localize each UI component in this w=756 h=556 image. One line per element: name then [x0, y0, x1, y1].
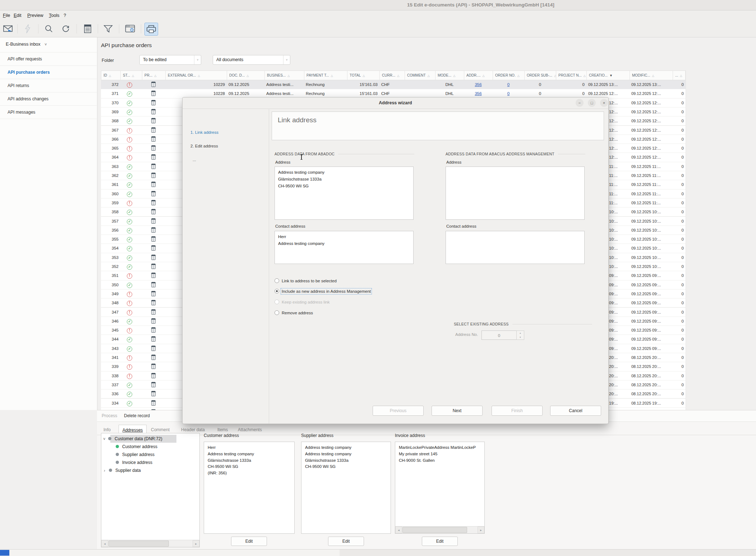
invoice-address-edit-button[interactable]: Edit [422, 537, 458, 546]
document-icon[interactable] [151, 282, 156, 287]
document-icon[interactable] [151, 218, 156, 224]
column-header[interactable]: TOTAL△ [347, 71, 380, 80]
document-icon[interactable] [151, 118, 156, 123]
chevron-down-icon[interactable]: ˅ [103, 435, 108, 443]
radio-icon[interactable] [275, 278, 279, 283]
document-icon[interactable] [151, 227, 156, 233]
column-header[interactable]: BUSINES...△ [265, 71, 304, 80]
table-row[interactable]: 372!1022909.12.2025Address testi...Rechn… [101, 80, 686, 89]
document-icon[interactable] [151, 245, 156, 251]
column-header[interactable]: MODIFIC...△ [630, 71, 673, 80]
column-header[interactable]: CURR...△ [380, 71, 405, 80]
document-icon[interactable] [151, 291, 156, 296]
document-icon[interactable] [151, 346, 156, 351]
scrollbar-thumb[interactable] [109, 541, 169, 547]
radio-checked-icon[interactable] [275, 289, 279, 293]
stepper-up-icon[interactable]: ▲ [517, 331, 524, 335]
report-icon[interactable] [81, 23, 94, 35]
scroll-right-icon[interactable]: ▸ [478, 527, 484, 533]
customer-address-edit-button[interactable]: Edit [231, 537, 267, 546]
stepper-down-icon[interactable]: ▼ [517, 335, 524, 339]
document-icon[interactable] [151, 100, 156, 105]
tree-item-customer-data[interactable]: ˅Customer data (DNR:72) [103, 435, 162, 443]
document-icon[interactable] [151, 145, 156, 151]
sidebar-item-api-purchase-orders[interactable]: API purchase orders [0, 65, 97, 79]
scroll-right-icon[interactable]: ▸ [193, 540, 199, 547]
column-header[interactable]: PR...△ [142, 71, 166, 80]
close-icon[interactable]: × [600, 99, 608, 107]
address-link[interactable]: 356 [475, 91, 481, 96]
order-link[interactable]: 0 [507, 82, 510, 87]
next-button[interactable]: Next [432, 406, 483, 416]
menu-file[interactable]: File [1, 10, 11, 21]
document-icon[interactable] [151, 273, 156, 278]
step-link-address[interactable]: 1. Link address [190, 130, 218, 135]
column-header[interactable]: ADDR....△ [464, 71, 493, 80]
document-icon[interactable] [151, 318, 156, 324]
scroll-left-icon[interactable]: ◂ [101, 540, 108, 547]
column-header[interactable]: EXTERNAL OR...△ [166, 71, 227, 80]
menu-tools[interactable]: Tools [47, 10, 61, 21]
tree-item-supplier-data[interactable]: ›Supplier data [104, 466, 141, 474]
document-icon[interactable] [151, 209, 156, 214]
abadoc-address-textarea[interactable]: Address testing company Glärnischstrasse… [275, 167, 414, 220]
document-icon[interactable] [151, 154, 156, 160]
abacus-address-textarea[interactable] [446, 167, 585, 220]
document-icon[interactable] [151, 91, 156, 96]
radio-include-as-new-address[interactable]: Include as new address in Address Manage… [275, 288, 371, 294]
document-icon[interactable] [151, 300, 156, 305]
order-link[interactable]: 0 [507, 91, 510, 96]
document-icon[interactable] [151, 191, 156, 196]
document-icon[interactable] [151, 236, 156, 242]
invoice-horizontal-scrollbar[interactable]: ◂ ▸ [395, 526, 484, 533]
menu-help[interactable]: ? [62, 10, 68, 21]
tab-attachments[interactable]: Attachments [238, 425, 262, 435]
document-icon[interactable] [151, 382, 156, 387]
cancel-button[interactable]: Cancel [550, 406, 601, 416]
process-button[interactable]: Process [102, 410, 117, 421]
column-header[interactable]: ORDER SUB-...△ [525, 71, 556, 80]
minimize-icon[interactable]: − [576, 99, 584, 107]
column-header[interactable]: ID△ [101, 71, 121, 80]
radio-link-to-address[interactable]: Link to address to be selected [275, 278, 337, 284]
abacus-contact-textarea[interactable] [446, 231, 585, 264]
supplier-address-edit-button[interactable]: Edit [328, 537, 364, 546]
filter-icon[interactable] [102, 23, 115, 35]
menu-preview[interactable]: Preview [26, 10, 45, 21]
address-no-input[interactable]: 0 [481, 331, 517, 340]
step-edit-address[interactable]: 2. Edit address [190, 144, 218, 148]
document-icon[interactable] [151, 327, 156, 333]
document-icon[interactable] [151, 400, 156, 406]
document-icon[interactable] [151, 391, 156, 396]
document-icon[interactable] [151, 364, 156, 369]
search-icon[interactable] [42, 23, 55, 35]
column-header[interactable]: PAYMENT T...△ [304, 71, 347, 80]
document-icon[interactable] [151, 127, 156, 133]
document-icon[interactable] [151, 336, 156, 342]
document-icon[interactable] [151, 264, 156, 269]
tree-item-invoice-address[interactable]: Invoice address [116, 459, 152, 466]
document-icon[interactable] [151, 164, 156, 169]
delete-record-button[interactable]: Delete record [124, 410, 150, 421]
document-icon[interactable] [151, 182, 156, 187]
scrollbar-thumb[interactable] [402, 527, 467, 533]
column-header[interactable]: ORDER NO.△ [493, 71, 525, 80]
print-view-icon[interactable] [144, 23, 158, 36]
column-header[interactable]: COMMENT△ [405, 71, 435, 80]
document-icon[interactable] [151, 355, 156, 360]
sidebar-item-api-offer-requests[interactable]: API offer requests [0, 52, 97, 65]
document-icon[interactable] [151, 373, 156, 378]
documents-select[interactable]: All documents ˅ [213, 55, 290, 65]
refresh-icon[interactable] [59, 23, 72, 35]
tree-horizontal-scrollbar[interactable]: ◂ ▸ [101, 540, 199, 547]
document-icon[interactable] [151, 109, 156, 114]
column-header[interactable]: PROJECT N...△ [556, 71, 587, 80]
column-header[interactable]: MODE...△ [435, 71, 464, 80]
finish-button[interactable]: Finish [492, 406, 543, 416]
column-header[interactable]: ST...△ [121, 71, 142, 80]
chevron-right-icon[interactable]: › [104, 466, 109, 474]
menu-edit[interactable]: Edit [12, 10, 23, 21]
radio-remove-address[interactable]: Remove address [275, 310, 313, 316]
document-icon[interactable] [151, 309, 156, 315]
previous-button[interactable]: Previous [373, 406, 424, 416]
